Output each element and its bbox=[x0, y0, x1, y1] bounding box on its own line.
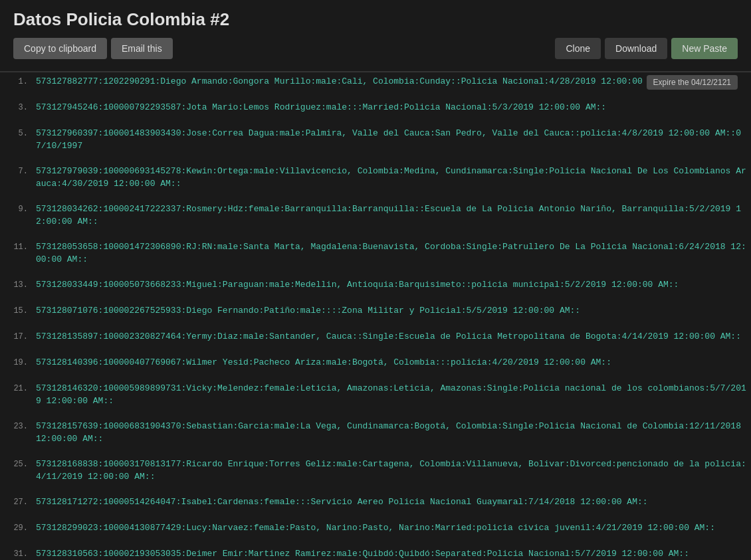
line-number: 22. bbox=[9, 407, 36, 420]
email-this-button[interactable]: Email this bbox=[111, 38, 173, 59]
table-row: 18. bbox=[7, 343, 751, 356]
new-paste-button[interactable]: New Paste bbox=[671, 38, 738, 59]
table-row: 14. bbox=[7, 292, 751, 304]
table-row: 17.573128135897:100002320827464:Yermy:Di… bbox=[7, 330, 751, 343]
line-content: 573128157639:100006831904370:Sebastian:G… bbox=[36, 420, 748, 445]
line-number: 2. bbox=[9, 88, 36, 101]
page-header: Datos Policia Colombia #2 Copy to clipbo… bbox=[0, 0, 751, 71]
line-number: 4. bbox=[9, 114, 36, 127]
table-row: 5.573127960397:100001483903430:Jose:Corr… bbox=[7, 127, 751, 152]
paste-content: Expire the 04/12/2121 1.573127882777:120… bbox=[0, 72, 751, 560]
table-row: 10. bbox=[7, 228, 751, 240]
line-number: 28. bbox=[9, 509, 36, 521]
line-content: 573127979039:100000693145278:Kewin:Orteg… bbox=[36, 165, 748, 190]
table-row: 27.573128171272:10000514264047:Isabel:Ca… bbox=[7, 496, 751, 509]
line-number: 7. bbox=[9, 165, 36, 178]
toolbar: Copy to clipboard Email this Clone Downl… bbox=[13, 38, 738, 59]
table-row: 21.573128146320:100005989899731:Vicky:Me… bbox=[7, 382, 751, 407]
line-number: 3. bbox=[9, 102, 36, 114]
line-number: 10. bbox=[9, 228, 36, 240]
table-row: 25.573128168838:100003170813177:Ricardo … bbox=[7, 458, 751, 483]
clone-button[interactable]: Clone bbox=[555, 38, 601, 59]
table-row: 16. bbox=[7, 318, 751, 330]
page-title: Datos Policia Colombia #2 bbox=[13, 9, 738, 30]
line-number: 12. bbox=[9, 266, 36, 278]
line-number: 20. bbox=[9, 369, 36, 382]
table-row: 6. bbox=[7, 152, 751, 165]
line-content: 573128299023:100004130877429:Lucy:Narvae… bbox=[36, 521, 715, 534]
line-content: 573128071076:100002267525933:Diego Ferna… bbox=[36, 304, 580, 317]
table-row: 22. bbox=[7, 407, 751, 420]
table-row: 24. bbox=[7, 445, 751, 458]
line-number: 6. bbox=[9, 152, 36, 165]
expire-tooltip: Expire the 04/12/2121 bbox=[647, 75, 738, 90]
table-row: 28. bbox=[7, 509, 751, 521]
table-row: 7.573127979039:100000693145278:Kewin:Ort… bbox=[7, 165, 751, 190]
line-content: 573127960397:100001483903430:Jose:Correa… bbox=[36, 127, 748, 152]
line-content: 573128135897:100002320827464:Yermy:Diaz:… bbox=[36, 330, 741, 343]
line-number: 18. bbox=[9, 343, 36, 356]
lines-container: 1.573127882777:12022902​91:Diego Armando… bbox=[7, 75, 751, 560]
table-row: 26. bbox=[7, 483, 751, 496]
table-row: 23.573128157639:100006831904370:Sebastia… bbox=[7, 420, 751, 445]
line-number: 21. bbox=[9, 383, 36, 395]
table-row: 15.573128071076:100002267525933:Diego Fe… bbox=[7, 304, 751, 318]
line-number: 29. bbox=[9, 522, 36, 535]
table-row: 3.573127945246:100000792293587:Jota Mari… bbox=[7, 101, 751, 114]
table-row: 20. bbox=[7, 369, 751, 382]
line-content: 573128168838:100003170813177:Ricardo Enr… bbox=[36, 458, 748, 483]
table-row: 29.573128299023:100004130877429:Lucy:Nar… bbox=[7, 521, 751, 535]
line-content: 573128310563:100002193053035:Deimer Emir… bbox=[36, 547, 689, 560]
line-number: 9. bbox=[9, 203, 36, 216]
line-content: 573127945246:100000792293587:Jota Mario:… bbox=[36, 101, 606, 114]
table-row: 1.573127882777:12022902​91:Diego Armando… bbox=[7, 75, 751, 88]
line-number: 11. bbox=[9, 241, 36, 254]
line-number: 15. bbox=[9, 305, 36, 318]
toolbar-right: Clone Download New Paste bbox=[555, 38, 738, 59]
download-button[interactable]: Download bbox=[605, 38, 667, 59]
line-number: 17. bbox=[9, 331, 36, 343]
table-row: 8. bbox=[7, 190, 751, 203]
toolbar-left: Copy to clipboard Email this bbox=[13, 38, 173, 59]
table-row: 13.573128033449:10000507366​8233:Miguel:… bbox=[7, 278, 751, 292]
line-number: 30. bbox=[9, 535, 36, 547]
table-row: 19.573128140396:100000407769067:Wilmer Y… bbox=[7, 356, 751, 369]
line-number: 1. bbox=[9, 76, 36, 88]
line-number: 5. bbox=[9, 128, 36, 140]
table-row: 31.573128310563:100002193053035:Deimer E… bbox=[7, 547, 751, 560]
line-content: 573128053658:100001472306890:RJ:RN:male:… bbox=[36, 240, 748, 266]
table-row: 11.573128053658:100001472306890:RJ:RN:ma… bbox=[7, 240, 751, 266]
line-content: 573128171272:10000514264047:Isabel:Carde… bbox=[36, 496, 648, 508]
line-content: 573128146320:100005989899731:Vicky:Melen… bbox=[36, 382, 748, 407]
line-number: 26. bbox=[9, 483, 36, 496]
line-content: 573128033449:10000507366​8233:Miguel:Par… bbox=[36, 278, 679, 291]
line-content: 573127882777:12022902​91:Diego Armando:G… bbox=[36, 75, 669, 88]
line-number: 19. bbox=[9, 357, 36, 369]
table-row: 2. bbox=[7, 88, 751, 101]
table-row: 4. bbox=[7, 114, 751, 127]
line-number: 16. bbox=[9, 318, 36, 330]
line-number: 31. bbox=[9, 548, 36, 560]
line-number: 14. bbox=[9, 292, 36, 304]
line-number: 8. bbox=[9, 190, 36, 203]
line-number: 27. bbox=[9, 496, 36, 509]
line-content: 573128140396:100000407769067:Wilmer Yesi… bbox=[36, 356, 611, 369]
line-number: 24. bbox=[9, 445, 36, 458]
line-number: 23. bbox=[9, 420, 36, 433]
line-number: 25. bbox=[9, 458, 36, 471]
line-number: 13. bbox=[9, 279, 36, 292]
line-content: 573128034262:10000241722​2337:Rosmery:Hd… bbox=[36, 203, 748, 228]
copy-to-clipboard-button[interactable]: Copy to clipboard bbox=[13, 38, 107, 59]
table-row: 30. bbox=[7, 535, 751, 547]
table-row: 12. bbox=[7, 266, 751, 278]
table-row: 9.573128034262:10000241722​2337:Rosmery:… bbox=[7, 203, 751, 228]
